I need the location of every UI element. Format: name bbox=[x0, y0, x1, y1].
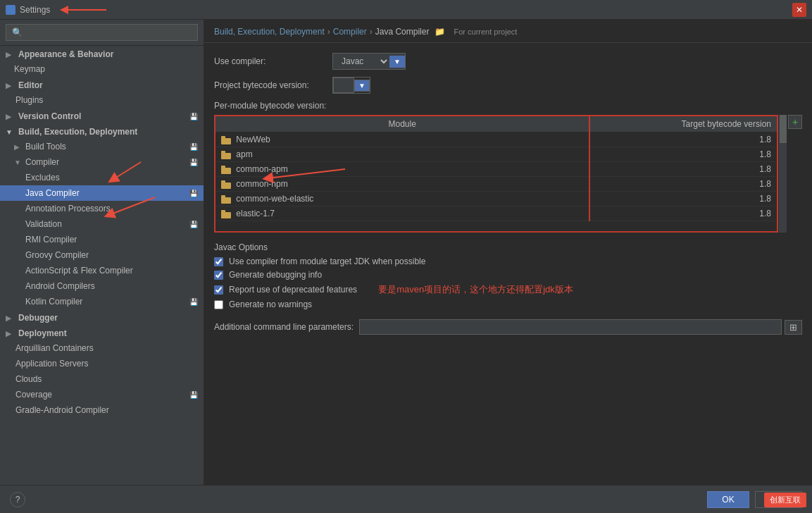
sidebar-label-build: Build, Execution, Deployment bbox=[18, 127, 137, 137]
sidebar: ▶ Appearance & Behavior Keymap ▶ Editor … bbox=[0, 20, 204, 485]
sidebar-label-keymap: Keymap bbox=[14, 64, 45, 74]
save-icon-val: 💾 bbox=[189, 221, 198, 228]
module-name: common-npm bbox=[216, 177, 589, 192]
sidebar-item-actionscript[interactable]: ActionScript & Flex Compiler bbox=[0, 263, 204, 278]
sidebar-item-kotlin[interactable]: Kotlin Compiler 💾 bbox=[0, 294, 204, 309]
arrow-build-tools: ▶ bbox=[14, 143, 23, 151]
sidebar-item-rmi[interactable]: RMI Compiler bbox=[0, 232, 204, 247]
sidebar-label-rmi: RMI Compiler bbox=[25, 235, 77, 245]
expand-arrow-build: ▼ bbox=[6, 128, 15, 136]
table-row: apm 1.8 bbox=[216, 147, 777, 162]
ok-button[interactable]: OK bbox=[707, 491, 749, 508]
sidebar-item-editor[interactable]: ▶ Editor bbox=[0, 77, 204, 92]
sidebar-item-keymap[interactable]: Keymap bbox=[0, 61, 204, 77]
sidebar-item-coverage[interactable]: Coverage 💾 bbox=[0, 387, 204, 402]
sidebar-item-compiler[interactable]: ▼ Compiler 💾 bbox=[0, 154, 204, 170]
sidebar-item-gradle-android[interactable]: Gradle-Android Compiler bbox=[0, 402, 204, 418]
breadcrumb-part1[interactable]: Build, Execution, Deployment bbox=[214, 27, 325, 37]
table-wrapper: Module Target bytecode version NewWeb 1.… bbox=[214, 115, 778, 233]
sidebar-item-clouds[interactable]: Clouds bbox=[0, 371, 204, 387]
bytecode-version-input[interactable] bbox=[333, 78, 354, 93]
search-box[interactable] bbox=[0, 20, 204, 46]
checkbox-label-2: Report use of deprecated features bbox=[229, 285, 357, 295]
checkbox-deprecated[interactable] bbox=[214, 285, 223, 295]
checkbox-debug[interactable] bbox=[214, 271, 223, 280]
svg-rect-8 bbox=[221, 180, 225, 183]
sidebar-item-android[interactable]: Android Compilers bbox=[0, 278, 204, 294]
svg-rect-7 bbox=[221, 183, 231, 189]
sidebar-item-app-servers[interactable]: Application Servers bbox=[0, 356, 204, 371]
module-name: apm bbox=[216, 147, 589, 162]
table-row: common-apm 1.8 bbox=[216, 162, 777, 177]
sidebar-label-arquillian: Arquillian Containers bbox=[15, 343, 94, 353]
sidebar-item-arquillian[interactable]: Arquillian Containers bbox=[0, 340, 204, 356]
module-name: NewWeb bbox=[216, 132, 589, 147]
add-module-button[interactable]: + bbox=[788, 115, 802, 129]
target-version: 1.8 bbox=[589, 206, 777, 221]
sidebar-label-coverage: Coverage bbox=[15, 390, 52, 400]
sidebar-item-version-control[interactable]: ▶ Version Control 💾 bbox=[0, 108, 204, 123]
sidebar-label-groovy: Groovy Compiler bbox=[25, 250, 89, 260]
sidebar-item-plugins[interactable]: Plugins bbox=[0, 92, 204, 108]
svg-rect-1 bbox=[221, 138, 231, 144]
title-arrow bbox=[57, 3, 113, 17]
save-icon-compiler: 💾 bbox=[189, 159, 198, 166]
table-actions: + bbox=[788, 115, 802, 233]
sidebar-item-excludes[interactable]: Excludes bbox=[0, 170, 204, 185]
target-version: 1.8 bbox=[589, 132, 777, 147]
use-compiler-row: Use compiler: Javac ▼ bbox=[214, 53, 802, 70]
breadcrumb-part2[interactable]: Compiler bbox=[333, 27, 367, 37]
table-row: common-npm 1.8 bbox=[216, 177, 777, 192]
sidebar-item-deployment[interactable]: ▶ Deployment bbox=[0, 325, 204, 340]
checkbox-label-3: Generate no warnings bbox=[229, 299, 312, 309]
additional-params-input[interactable] bbox=[359, 319, 782, 335]
checkbox-use-jdk[interactable] bbox=[214, 257, 223, 266]
close-button[interactable]: ✕ bbox=[792, 3, 806, 17]
svg-rect-12 bbox=[221, 210, 225, 213]
checkbox-label-1: Generate debugging info bbox=[229, 270, 322, 280]
svg-rect-9 bbox=[221, 197, 231, 204]
target-version: 1.8 bbox=[589, 162, 777, 177]
bytecode-version-wrap[interactable]: ▼ bbox=[332, 77, 370, 94]
sidebar-label-android: Android Compilers bbox=[25, 281, 95, 291]
search-input[interactable] bbox=[6, 24, 198, 41]
compiler-select-wrap[interactable]: Javac ▼ bbox=[332, 53, 406, 70]
checkbox-no-warnings[interactable] bbox=[214, 300, 223, 309]
sidebar-label-editor: Editor bbox=[18, 80, 43, 90]
sidebar-label-plugins: Plugins bbox=[15, 95, 43, 105]
save-icon-jc: 💾 bbox=[189, 190, 198, 197]
sidebar-item-debugger[interactable]: ▶ Debugger bbox=[0, 309, 204, 325]
sidebar-item-validation[interactable]: Validation 💾 bbox=[0, 216, 204, 232]
sidebar-item-build-tools[interactable]: ▶ Build Tools 💾 bbox=[0, 139, 204, 154]
sidebar-label-build-tools: Build Tools bbox=[25, 142, 66, 152]
save-icon-kotlin: 💾 bbox=[189, 298, 198, 306]
scrollbar-thumb[interactable] bbox=[780, 115, 787, 143]
sidebar-item-build[interactable]: ▼ Build, Execution, Deployment bbox=[0, 123, 204, 139]
additional-params-btn[interactable]: ⊞ bbox=[785, 320, 802, 335]
save-icon-cov: 💾 bbox=[189, 391, 198, 399]
help-button[interactable]: ? bbox=[10, 492, 25, 507]
table-row: NewWeb 1.8 bbox=[216, 132, 777, 147]
per-module-label: Per-module bytecode version: bbox=[214, 101, 802, 111]
select-arrow: ▼ bbox=[389, 56, 405, 68]
sidebar-item-appearance[interactable]: ▶ Appearance & Behavior bbox=[0, 46, 204, 61]
checkbox-row-2: Report use of deprecated features 要是mave… bbox=[214, 283, 802, 296]
module-name: common-web-elastic bbox=[216, 192, 589, 206]
arrow-compiler: ▼ bbox=[14, 159, 23, 166]
sidebar-item-groovy[interactable]: Groovy Compiler bbox=[0, 247, 204, 263]
svg-rect-5 bbox=[221, 168, 231, 174]
sidebar-label-appearance: Appearance & Behavior bbox=[18, 49, 113, 59]
save-icon-bt: 💾 bbox=[189, 143, 198, 151]
checkbox-row-0: Use compiler from module target JDK when… bbox=[214, 256, 802, 266]
sidebar-label-annotation: Annotation Processors bbox=[25, 204, 111, 214]
target-version: 1.8 bbox=[589, 192, 777, 206]
table-scrollbar[interactable] bbox=[778, 115, 787, 233]
arrow-deployment: ▶ bbox=[6, 330, 15, 338]
for-project-label: For current project bbox=[454, 27, 517, 36]
bytecode-version-arrow[interactable]: ▼ bbox=[354, 80, 370, 92]
sidebar-item-java-compiler[interactable]: Java Compiler 💾 bbox=[0, 185, 204, 201]
annotation-label: Additional command line parameters: bbox=[214, 322, 354, 332]
compiler-select[interactable]: Javac bbox=[333, 54, 389, 69]
sidebar-item-annotation[interactable]: Annotation Processors bbox=[0, 201, 204, 216]
sidebar-label-kotlin: Kotlin Compiler bbox=[25, 297, 82, 307]
